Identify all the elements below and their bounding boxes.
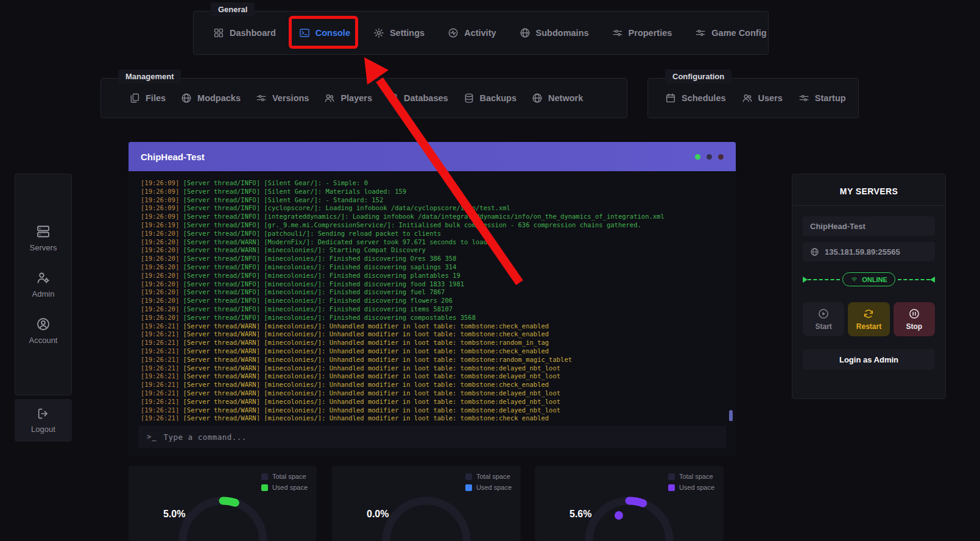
server-title: ChipHead-Test [141, 152, 205, 162]
tab-game-config[interactable]: Game Config [695, 27, 766, 38]
tab-properties[interactable]: Properties [612, 27, 672, 38]
scrollbar-thumb[interactable] [729, 410, 733, 421]
legend-label: Total space [476, 473, 510, 480]
tab-label: Files [146, 93, 166, 103]
tab-label: Activity [464, 28, 496, 38]
log-line: [19:26:20] [Server thread/INFO] [patchou… [141, 230, 728, 238]
log-line: [19:26:21] [Server thread/WARN] [minecol… [141, 414, 728, 421]
power-controls: StartRestartStop [803, 302, 935, 336]
log-line: [19:26:20] [Server thread/INFO] [minecol… [141, 297, 728, 305]
tab-label: Settings [390, 28, 425, 38]
console-log[interactable]: [19:26:09] [Server thread/INFO] [Silent … [129, 171, 736, 421]
status-badge: ONLINE [842, 272, 895, 286]
log-line: [19:26:21] [Server thread/WARN] [minecol… [141, 322, 728, 331]
tab-schedules[interactable]: Schedules [665, 93, 726, 104]
legend-item: Total space [465, 473, 512, 480]
legend-swatch [465, 473, 472, 480]
server-address-field[interactable]: 135.181.59.89:25565 [803, 242, 935, 261]
backup-icon [464, 93, 474, 104]
tab-files[interactable]: Files [129, 93, 166, 104]
gauge-legend: Total spaceUsed space [668, 473, 714, 491]
log-line: [19:26:21] [Server thread/WARN] [minecol… [141, 356, 728, 364]
tab-backups[interactable]: Backups [464, 93, 516, 104]
command-input[interactable] [163, 433, 717, 442]
restart-button[interactable]: Restart [848, 302, 889, 336]
tab-activity[interactable]: Activity [448, 27, 496, 38]
sidebar-item-admin[interactable]: Admin [32, 270, 55, 299]
tab-label: Network [548, 93, 583, 103]
log-line: [19:26:21] [Server thread/WARN] [minecol… [141, 330, 728, 339]
tab-label: Players [340, 93, 372, 103]
sidebar-item-label: Admin [32, 289, 55, 299]
stop-button[interactable]: Stop [894, 302, 935, 336]
sidebar-item-label: Servers [30, 243, 57, 252]
nav-group-configuration-label: Configuration [665, 69, 731, 83]
logout-button[interactable]: Logout [31, 407, 55, 434]
gear-icon [373, 27, 384, 38]
sliders-icon [256, 93, 267, 104]
tab-versions[interactable]: Versions [256, 93, 309, 104]
server-name-field[interactable]: ChipHead-Test [803, 216, 935, 236]
sidebar-item-account[interactable]: Account [29, 317, 58, 345]
legend-swatch [261, 473, 268, 480]
log-line: [19:26:21] [Server thread/WARN] [minecol… [141, 398, 728, 406]
console-card: ChipHead-Test [19:26:09] [Server thread/… [129, 142, 736, 457]
window-dot-3 [718, 154, 724, 160]
donut-chart [171, 489, 275, 541]
sidebar-item-servers[interactable]: Servers [30, 224, 57, 252]
account-icon [36, 317, 51, 331]
log-lines: [19:26:09] [Server thread/INFO] [Silent … [141, 179, 728, 421]
tab-users[interactable]: Users [742, 93, 783, 104]
logout-icon [37, 407, 50, 420]
start-button[interactable]: Start [803, 302, 844, 336]
legend-label: Total space [679, 473, 713, 480]
gauge-knob [615, 511, 623, 520]
log-line: [19:26:21] [Server thread/WARN] [minecol… [141, 364, 728, 373]
nav-group-general-label: General [211, 2, 255, 16]
log-line: [19:26:20] [Server thread/INFO] [minecol… [141, 280, 728, 289]
panel-heading: MY SERVERS [803, 186, 935, 196]
tab-label: Versions [272, 93, 309, 103]
sidebar: ServersAdminAccount [15, 174, 72, 395]
tab-subdomains[interactable]: Subdomains [520, 27, 589, 38]
log-line: [19:26:20] [Server thread/WARN] [ModernF… [141, 238, 728, 247]
login-as-admin-button[interactable]: Login as Admin [803, 349, 935, 370]
legend-label: Used space [476, 484, 512, 491]
tab-settings[interactable]: Settings [373, 27, 425, 38]
files-icon [129, 93, 140, 104]
tab-label: Schedules [682, 93, 726, 103]
status-label: ONLINE [862, 276, 887, 283]
log-line: [19:26:20] [Server thread/INFO] [minecol… [141, 288, 728, 297]
tab-network[interactable]: Network [532, 93, 583, 104]
tab-label: Console [316, 28, 350, 38]
tab-players[interactable]: Players [324, 93, 372, 104]
donut-chart [375, 489, 478, 541]
wifi-icon [850, 275, 858, 283]
gauge-legend: Total spaceUsed space [465, 473, 512, 491]
legend-label: Used space [679, 484, 714, 491]
sliders-icon [612, 27, 623, 38]
power-button-label: Start [815, 322, 831, 331]
tab-label: Game Config [711, 28, 766, 38]
nav-group-general: General DashboardConsoleSettingsActivity… [193, 11, 769, 55]
tab-startup[interactable]: Startup [798, 93, 846, 104]
disk-usage-card: Total spaceUsed space5.0% [129, 466, 317, 541]
configuration-tabs: SchedulesUsersStartup [648, 79, 858, 118]
tab-label: Users [758, 93, 783, 103]
server-name: ChipHead-Test [810, 222, 865, 231]
play-icon [817, 308, 830, 320]
tab-modpacks[interactable]: Modpacks [181, 93, 241, 104]
nav-group-configuration: Configuration SchedulesUsersStartup [647, 78, 859, 118]
stop-icon [908, 308, 920, 320]
tab-console[interactable]: Console [299, 27, 350, 38]
servers-icon [36, 224, 51, 239]
tab-dashboard[interactable]: Dashboard [213, 27, 276, 38]
app: General DashboardConsoleSettingsActivity… [0, 0, 980, 541]
tab-databases[interactable]: Databases [387, 93, 448, 104]
users-icon [742, 93, 753, 104]
server-address: 135.181.59.89:25565 [825, 247, 900, 256]
tab-label: Modpacks [197, 93, 241, 103]
tab-label: Databases [404, 93, 448, 103]
power-button-label: Stop [906, 322, 922, 331]
database-icon [387, 93, 398, 104]
